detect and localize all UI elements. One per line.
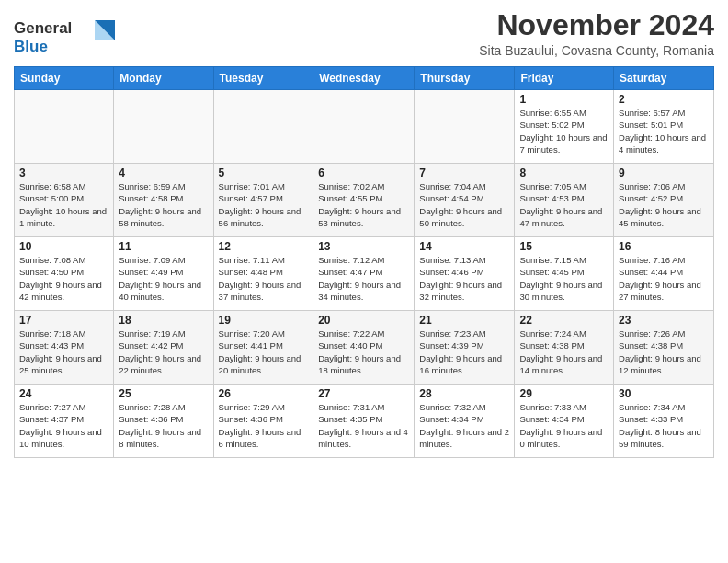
calendar-cell: 5Sunrise: 7:01 AM Sunset: 4:57 PM Daylig…: [213, 164, 313, 237]
day-number: 17: [19, 314, 108, 327]
day-info: Sunrise: 7:09 AM Sunset: 4:49 PM Dayligh…: [119, 254, 208, 303]
day-number: 7: [419, 167, 509, 179]
weekday-header: Saturday: [614, 67, 714, 90]
day-number: 12: [219, 240, 309, 253]
day-info: Sunrise: 7:11 AM Sunset: 4:48 PM Dayligh…: [219, 254, 309, 303]
calendar-week-row: 17Sunrise: 7:18 AM Sunset: 4:43 PM Dayli…: [15, 311, 714, 385]
logo-text-area: General Blue: [14, 13, 115, 61]
calendar-week-row: 24Sunrise: 7:27 AM Sunset: 4:37 PM Dayli…: [15, 385, 714, 458]
calendar-week-row: 10Sunrise: 7:08 AM Sunset: 4:50 PM Dayli…: [15, 237, 714, 311]
day-number: 25: [119, 387, 208, 400]
day-info: Sunrise: 7:29 AM Sunset: 4:36 PM Dayligh…: [219, 401, 309, 450]
day-number: 24: [19, 387, 108, 400]
weekday-header: Wednesday: [313, 67, 415, 90]
calendar-week-row: 3Sunrise: 6:58 AM Sunset: 5:00 PM Daylig…: [15, 164, 714, 237]
month-title: November 2024: [479, 9, 714, 41]
calendar-cell: [213, 90, 313, 164]
page-container: General Blue November 2024 Sita Buzaului…: [0, 0, 728, 465]
weekday-header: Friday: [515, 67, 614, 90]
day-number: 9: [619, 167, 709, 179]
day-number: 23: [619, 314, 709, 327]
calendar-cell: 11Sunrise: 7:09 AM Sunset: 4:49 PM Dayli…: [114, 237, 213, 311]
weekday-header: Sunday: [15, 67, 114, 90]
logo: General Blue: [14, 13, 115, 61]
day-info: Sunrise: 7:12 AM Sunset: 4:47 PM Dayligh…: [318, 254, 409, 303]
day-info: Sunrise: 6:57 AM Sunset: 5:01 PM Dayligh…: [619, 107, 709, 155]
calendar-cell: 23Sunrise: 7:26 AM Sunset: 4:38 PM Dayli…: [614, 311, 714, 385]
calendar-cell: 17Sunrise: 7:18 AM Sunset: 4:43 PM Dayli…: [15, 311, 114, 385]
day-number: 6: [318, 167, 409, 179]
weekday-header: Tuesday: [213, 67, 313, 90]
calendar-cell: 16Sunrise: 7:16 AM Sunset: 4:44 PM Dayli…: [614, 237, 714, 311]
day-number: 22: [519, 314, 609, 327]
calendar-week-row: 1Sunrise: 6:55 AM Sunset: 5:02 PM Daylig…: [15, 90, 714, 164]
svg-text:General: General: [14, 19, 72, 37]
svg-text:Blue: Blue: [14, 38, 48, 55]
day-info: Sunrise: 7:04 AM Sunset: 4:54 PM Dayligh…: [419, 180, 509, 229]
header: General Blue November 2024 Sita Buzaului…: [14, 9, 714, 61]
day-info: Sunrise: 7:33 AM Sunset: 4:34 PM Dayligh…: [519, 401, 609, 450]
day-number: 2: [619, 93, 709, 106]
calendar-cell: [114, 90, 213, 164]
day-info: Sunrise: 7:27 AM Sunset: 4:37 PM Dayligh…: [19, 401, 108, 450]
day-number: 11: [119, 240, 208, 253]
day-number: 13: [318, 240, 409, 253]
day-number: 18: [119, 314, 208, 327]
day-info: Sunrise: 7:22 AM Sunset: 4:40 PM Dayligh…: [318, 327, 409, 376]
calendar-cell: 21Sunrise: 7:23 AM Sunset: 4:39 PM Dayli…: [415, 311, 515, 385]
day-number: 27: [318, 387, 409, 400]
calendar-cell: 13Sunrise: 7:12 AM Sunset: 4:47 PM Dayli…: [313, 237, 415, 311]
calendar-cell: 14Sunrise: 7:13 AM Sunset: 4:46 PM Dayli…: [415, 237, 515, 311]
calendar-cell: 8Sunrise: 7:05 AM Sunset: 4:53 PM Daylig…: [515, 164, 614, 237]
calendar-cell: 26Sunrise: 7:29 AM Sunset: 4:36 PM Dayli…: [213, 385, 313, 458]
day-info: Sunrise: 7:20 AM Sunset: 4:41 PM Dayligh…: [219, 327, 309, 376]
day-info: Sunrise: 6:58 AM Sunset: 5:00 PM Dayligh…: [19, 180, 108, 229]
day-info: Sunrise: 7:19 AM Sunset: 4:42 PM Dayligh…: [119, 327, 208, 376]
day-info: Sunrise: 7:18 AM Sunset: 4:43 PM Dayligh…: [19, 327, 108, 376]
day-info: Sunrise: 7:24 AM Sunset: 4:38 PM Dayligh…: [519, 327, 609, 376]
calendar-cell: [15, 90, 114, 164]
calendar-cell: 30Sunrise: 7:34 AM Sunset: 4:33 PM Dayli…: [614, 385, 714, 458]
day-number: 20: [318, 314, 409, 327]
calendar-cell: 19Sunrise: 7:20 AM Sunset: 4:41 PM Dayli…: [213, 311, 313, 385]
logo-svg: General Blue: [14, 13, 115, 57]
calendar-cell: 28Sunrise: 7:32 AM Sunset: 4:34 PM Dayli…: [415, 385, 515, 458]
calendar-cell: 15Sunrise: 7:15 AM Sunset: 4:45 PM Dayli…: [515, 237, 614, 311]
calendar-cell: 25Sunrise: 7:28 AM Sunset: 4:36 PM Dayli…: [114, 385, 213, 458]
day-number: 4: [119, 167, 208, 179]
day-info: Sunrise: 7:31 AM Sunset: 4:35 PM Dayligh…: [318, 401, 409, 450]
day-number: 21: [419, 314, 509, 327]
calendar-cell: [415, 90, 515, 164]
calendar-header-row: SundayMondayTuesdayWednesdayThursdayFrid…: [15, 67, 714, 90]
day-number: 1: [519, 93, 609, 106]
calendar-cell: 6Sunrise: 7:02 AM Sunset: 4:55 PM Daylig…: [313, 164, 415, 237]
day-number: 8: [519, 167, 609, 179]
day-number: 5: [219, 167, 309, 179]
calendar-cell: 22Sunrise: 7:24 AM Sunset: 4:38 PM Dayli…: [515, 311, 614, 385]
calendar-table: SundayMondayTuesdayWednesdayThursdayFrid…: [14, 66, 714, 458]
day-number: 16: [619, 240, 709, 253]
day-info: Sunrise: 7:16 AM Sunset: 4:44 PM Dayligh…: [619, 254, 709, 303]
day-info: Sunrise: 7:01 AM Sunset: 4:57 PM Dayligh…: [219, 180, 309, 229]
calendar-cell: 20Sunrise: 7:22 AM Sunset: 4:40 PM Dayli…: [313, 311, 415, 385]
day-info: Sunrise: 7:28 AM Sunset: 4:36 PM Dayligh…: [119, 401, 208, 450]
day-info: Sunrise: 7:34 AM Sunset: 4:33 PM Dayligh…: [619, 401, 709, 450]
day-info: Sunrise: 7:08 AM Sunset: 4:50 PM Dayligh…: [19, 254, 108, 303]
day-info: Sunrise: 7:32 AM Sunset: 4:34 PM Dayligh…: [419, 401, 509, 450]
day-number: 10: [19, 240, 108, 253]
weekday-header: Thursday: [415, 67, 515, 90]
weekday-header: Monday: [114, 67, 213, 90]
calendar-cell: [313, 90, 415, 164]
day-info: Sunrise: 7:23 AM Sunset: 4:39 PM Dayligh…: [419, 327, 509, 376]
title-area: November 2024 Sita Buzaului, Covasna Cou…: [479, 9, 714, 58]
day-info: Sunrise: 7:13 AM Sunset: 4:46 PM Dayligh…: [419, 254, 509, 303]
calendar-cell: 7Sunrise: 7:04 AM Sunset: 4:54 PM Daylig…: [415, 164, 515, 237]
day-number: 28: [419, 387, 509, 400]
calendar-cell: 29Sunrise: 7:33 AM Sunset: 4:34 PM Dayli…: [515, 385, 614, 458]
day-info: Sunrise: 7:26 AM Sunset: 4:38 PM Dayligh…: [619, 327, 709, 376]
day-info: Sunrise: 6:55 AM Sunset: 5:02 PM Dayligh…: [519, 107, 609, 155]
day-number: 29: [519, 387, 609, 400]
calendar-cell: 10Sunrise: 7:08 AM Sunset: 4:50 PM Dayli…: [15, 237, 114, 311]
day-info: Sunrise: 6:59 AM Sunset: 4:58 PM Dayligh…: [119, 180, 208, 229]
day-number: 30: [619, 387, 709, 400]
